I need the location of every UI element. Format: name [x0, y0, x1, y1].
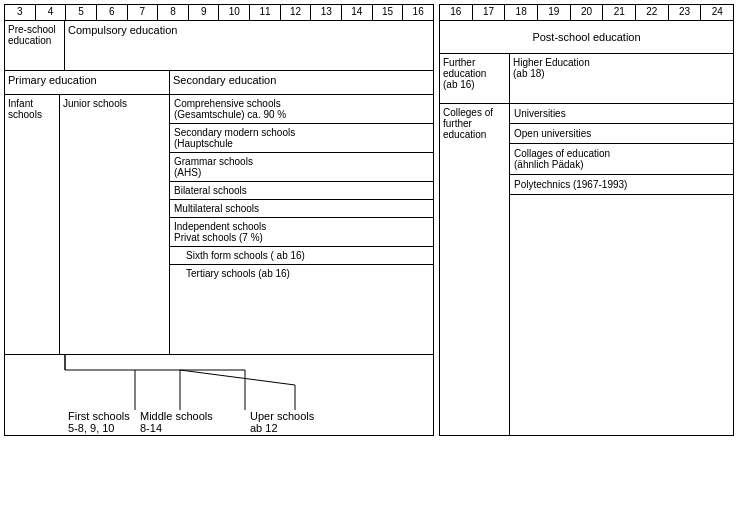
- age-13: 13: [311, 5, 342, 20]
- preschool-compulsory-row: Pre-school education Compulsory educatio…: [5, 21, 433, 71]
- age-14: 14: [342, 5, 373, 20]
- infant-schools-label: Infant schools: [5, 95, 60, 354]
- secondary-education-header: Secondary education: [170, 71, 433, 94]
- further-higher-ed-row: Further education(ab 16) Higher Educatio…: [440, 54, 733, 104]
- sixth-form-schools: Sixth form schools ( ab 16): [170, 247, 433, 265]
- junior-schools-label: Junior schools: [60, 95, 170, 354]
- bilateral-schools: Bilateral schools: [170, 182, 433, 200]
- comprehensive-schools: Comprehensive schools(Gesamtschule) ca. …: [170, 95, 433, 124]
- age-10: 10: [219, 5, 250, 20]
- age-r16: 16: [440, 5, 473, 20]
- left-section: 3 4 5 6 7 8 9 10 11 12 13 14 15 16 Pre-s…: [4, 4, 434, 436]
- age-r20: 20: [571, 5, 604, 20]
- age-r18: 18: [505, 5, 538, 20]
- middle-schools-bottom-label: Middle schools8-14: [140, 410, 213, 434]
- age-4: 4: [36, 5, 67, 20]
- age-r19: 19: [538, 5, 571, 20]
- age-6: 6: [97, 5, 128, 20]
- preschool-label: Pre-school education: [5, 21, 65, 70]
- age-9: 9: [189, 5, 220, 20]
- age-16: 16: [403, 5, 433, 20]
- age-5: 5: [66, 5, 97, 20]
- primary-secondary-header-row: Primary education Secondary education: [5, 71, 433, 95]
- age-15: 15: [373, 5, 404, 20]
- age-r17: 17: [473, 5, 506, 20]
- age-7: 7: [128, 5, 159, 20]
- polytechnics-label: Polytechnics (1967-1993): [510, 175, 733, 195]
- further-education-label: Further education(ab 16): [440, 54, 510, 103]
- right-section: 16 17 18 19 20 21 22 23 24 Post-school e…: [439, 4, 734, 436]
- empty-row: [510, 195, 733, 214]
- colleges-universities-row: Colleges of further education Universiti…: [440, 104, 733, 435]
- collages-education-label: Collages of education(ähnlich Pädak): [510, 144, 733, 175]
- bottom-labels-row: First schools5-8, 9, 10 Middle schools8-…: [5, 355, 433, 435]
- age-r22: 22: [636, 5, 669, 20]
- open-universities-label: Open universities: [510, 124, 733, 144]
- tertiary-schools: Tertiary schools (ab 16): [170, 265, 433, 282]
- colleges-further-ed-label: Colleges of further education: [440, 104, 510, 435]
- age-r24: 24: [701, 5, 733, 20]
- post-school-header: Post-school education: [440, 21, 733, 54]
- compulsory-label: Compulsory education: [65, 21, 433, 70]
- age-row-right: 16 17 18 19 20 21 22 23 24: [440, 5, 733, 21]
- higher-education-label: Higher Education(ab 18): [510, 54, 733, 103]
- svg-line-7: [180, 370, 295, 385]
- age-12: 12: [281, 5, 312, 20]
- age-8: 8: [158, 5, 189, 20]
- schools-row: Infant schools Junior schools Comprehens…: [5, 95, 433, 355]
- secondary-schools-column: Comprehensive schools(Gesamtschule) ca. …: [170, 95, 433, 354]
- upper-schools-bottom-label: Uper schoolsab 12: [250, 410, 314, 434]
- first-schools-bottom-label: First schools5-8, 9, 10: [68, 410, 130, 434]
- age-r23: 23: [669, 5, 702, 20]
- age-3: 3: [5, 5, 36, 20]
- multilateral-schools: Multilateral schools: [170, 200, 433, 218]
- universities-column: Universities Open universities Collages …: [510, 104, 733, 435]
- age-11: 11: [250, 5, 281, 20]
- secondary-modern-schools: Secondary modern schools(Hauptschule: [170, 124, 433, 153]
- age-r21: 21: [603, 5, 636, 20]
- independent-schools: Independent schoolsPrivat schools (7 %): [170, 218, 433, 247]
- primary-education-header: Primary education: [5, 71, 170, 94]
- universities-label: Universities: [510, 104, 733, 124]
- age-row-top: 3 4 5 6 7 8 9 10 11 12 13 14 15 16: [5, 5, 433, 21]
- grammar-schools: Grammar schools(AHS): [170, 153, 433, 182]
